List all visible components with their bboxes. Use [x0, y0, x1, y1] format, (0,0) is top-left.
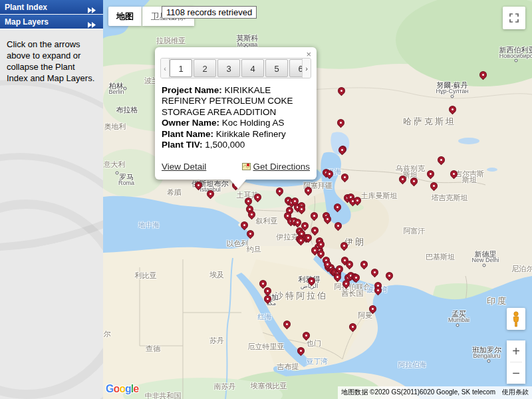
map-label: 中非共和国 [145, 391, 182, 399]
map-label: Roma [118, 180, 134, 186]
map-label: 伊拉克 [277, 232, 299, 242]
map-label: 也门 [307, 338, 321, 348]
map-label: Нұр-Султан [436, 88, 468, 94]
view-detail-link[interactable]: View Detail [162, 162, 206, 172]
map-label: 叙利亚 [256, 216, 278, 226]
expand-collapse-arrows-icon[interactable] [87, 18, 96, 33]
fullscreen-button[interactable] [503, 7, 525, 29]
map-label: 埃塞俄比亚 [251, 381, 287, 391]
map-attribution: 地图数据 ©2020 GS(2011)6020 Google, SK telec… [338, 386, 532, 399]
city-dot [515, 59, 518, 63]
sidebar-item-plant-index[interactable]: Plant Index [0, 0, 103, 15]
city-dot [116, 172, 119, 175]
map-label: 阿富汗 [404, 226, 426, 236]
map-label: 地中海 [138, 221, 160, 230]
map-label: 红海 [258, 313, 272, 322]
map-label: 塔吉克斯坦 [432, 193, 468, 203]
infowindow-body: Project Name: KIRIKKALE REFINERY PETROLE… [155, 84, 317, 151]
application-window: Plant Index Map Layers Click on the arro… [0, 0, 532, 399]
map-view-button[interactable]: 地图 [108, 7, 142, 26]
map-label: 尔 [104, 329, 111, 339]
map-layers-label: Map Layers [5, 17, 49, 27]
map-label: 阿拉伯海 [398, 360, 426, 370]
infowindow-page-3[interactable]: 3 [217, 59, 240, 77]
map-label: 希腊 [167, 188, 182, 198]
infowindow-page-1[interactable]: 1 [170, 59, 192, 77]
sidebar: Plant Index Map Layers Click on the arro… [0, 0, 103, 399]
map-label: 苏丹 [209, 336, 224, 346]
attribution-text: 地图数据 ©2020 GS(2011)6020 Google, SK telec… [341, 388, 495, 397]
map-label: 查德 [146, 344, 160, 354]
sidebar-instructions: Click on the arrows above to expand or c… [7, 39, 98, 84]
map-label: Mumbai [448, 317, 469, 323]
city-dot [456, 324, 460, 327]
map-label: 埃及 [209, 270, 224, 280]
city-dot [483, 264, 486, 267]
map-label: 南苏丹 [214, 382, 236, 392]
infowindow-field: Project Name: KIRIKKALE REFINERY PETROLE… [162, 85, 310, 118]
map-label: 巴基斯坦 [426, 252, 455, 262]
infowindow-page-4[interactable]: 4 [241, 59, 264, 77]
infowindow-pager: ‹ 123456 › [160, 58, 311, 78]
map-label: 尼泊尔 [512, 264, 532, 274]
infowindow-tail [230, 180, 246, 189]
infowindow-field: Plant TIV: 1,500,000 [162, 140, 310, 150]
get-directions-link[interactable]: Get Directions [242, 162, 310, 172]
pager-prev-button[interactable]: ‹ [161, 59, 170, 78]
infowindow-page-5[interactable]: 5 [265, 59, 288, 77]
map-label: New Delhi [471, 257, 499, 263]
map-label: Bengaluru [473, 352, 500, 359]
map-label: 土库曼斯坦 [361, 191, 398, 201]
map-label: 以色列 [227, 239, 249, 249]
infowindow-field: Plant Name: Kirikkale Refinery [162, 129, 310, 140]
pegman-button[interactable] [507, 308, 525, 330]
map-label: Новосибирск [499, 53, 532, 59]
map-label: 厄立特里亚 [248, 342, 285, 352]
infowindow: × ‹ 123456 › Project Name: KIRIKKALE REF… [155, 47, 317, 180]
plant-index-label: Plant Index [5, 3, 47, 12]
infowindow-field: Owner Name: Koc Holding AS [162, 118, 310, 128]
city-dot [451, 95, 454, 98]
map-label: 酋长国 [342, 289, 364, 299]
map-label: 约旦 [247, 245, 261, 255]
terms-of-use-link[interactable]: 使用条款 [502, 388, 529, 397]
pager-next-button[interactable]: › [302, 59, 311, 78]
map-label: 利比亚 [135, 271, 157, 281]
map-label: 斯坦 [462, 175, 477, 185]
map-label: 印度 [487, 295, 508, 307]
infowindow-links: View Detail Get Directions [155, 151, 317, 172]
zoom-control: + − [507, 340, 525, 384]
map-label: 奥地利 [104, 122, 126, 132]
map-label: 吉布提 [277, 362, 299, 372]
map-label: Berlin [108, 88, 124, 95]
map-label: 沙特阿拉伯 [275, 290, 328, 302]
map-canvas[interactable]: 拉脱维亚莫斯科Москва柏林Berlin波兰布拉格奥地利罗马尼亚意大利罗马Ro… [103, 0, 532, 399]
zoom-out-button[interactable]: − [507, 362, 525, 384]
google-logo[interactable]: Google [106, 383, 138, 395]
map-label: 亚丁湾 [307, 357, 328, 366]
map-label: 哈萨克斯坦 [403, 116, 456, 128]
records-retrieved-tooltip: 1108 records retrieved [162, 6, 257, 19]
zoom-in-button[interactable]: + [507, 340, 525, 362]
map-label: 意大利 [104, 160, 126, 170]
sidebar-item-map-layers[interactable]: Map Layers [0, 15, 103, 29]
map-label: 拉脱维亚 [156, 36, 186, 46]
city-dot [124, 87, 127, 90]
infowindow-page-2[interactable]: 2 [194, 59, 216, 77]
map-label: 布拉格 [116, 105, 138, 115]
city-dot [487, 360, 491, 363]
fullscreen-icon [509, 13, 519, 23]
pegman-icon [511, 311, 521, 327]
directions-map-icon [242, 162, 251, 171]
